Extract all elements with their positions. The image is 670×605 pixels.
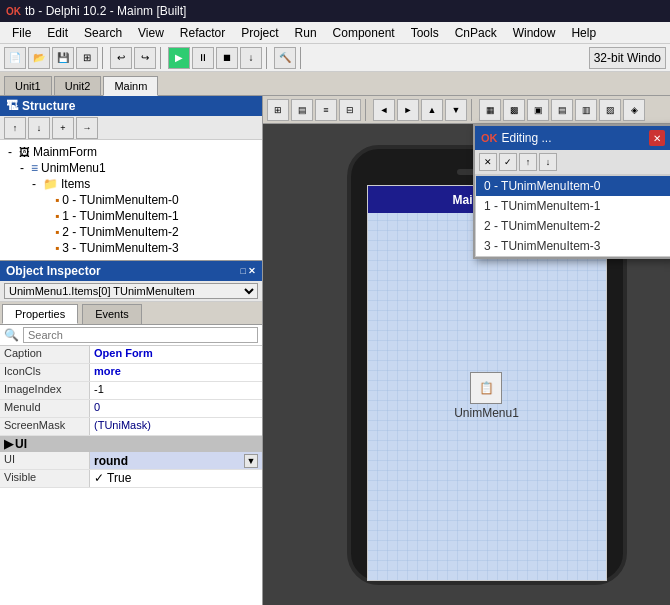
prop-val-menuid[interactable]: 0 <box>90 400 262 417</box>
prop-name-caption: Caption <box>0 346 90 363</box>
tree-item-unimmenu1[interactable]: - ≡ UnimMenu1 <box>4 160 258 176</box>
editing-item-1[interactable]: 1 - TUnimMenuItem-1 <box>476 196 670 216</box>
oi-search-input[interactable] <box>23 327 258 343</box>
menu-file[interactable]: File <box>4 24 39 42</box>
editing-item-3[interactable]: 3 - TUnimMenuItem-3 <box>476 236 670 256</box>
menu-search[interactable]: Search <box>76 24 130 42</box>
prop-val-imageindex[interactable]: -1 <box>90 382 262 399</box>
oi-minimize-icon[interactable]: □ <box>241 266 246 276</box>
rt-grid7[interactable]: ◈ <box>623 99 645 121</box>
save-all-btn[interactable]: ⊞ <box>76 47 98 69</box>
tree-item-3[interactable]: ▪ 3 - TUnimMenuItem-3 <box>4 240 258 256</box>
expand-items[interactable]: - <box>28 177 40 191</box>
rt-btn1[interactable]: ⊞ <box>267 99 289 121</box>
rt-grid1[interactable]: ▦ <box>479 99 501 121</box>
new-btn[interactable]: 📄 <box>4 47 26 69</box>
expand-unimmenu1[interactable]: - <box>16 161 28 175</box>
rt-sep1 <box>365 99 369 121</box>
prop-val-ui[interactable]: round ▼ <box>90 452 262 469</box>
oi-object-select: UnimMenu1.Items[0] TUnimMenuItem <box>0 281 262 302</box>
main-toolbar: 📄 📂 💾 ⊞ ↩ ↪ ▶ ⏸ ⏹ ↓ 🔨 32-bit Windo <box>0 44 670 72</box>
edit-tb-btn3[interactable]: ↑ <box>519 153 537 171</box>
menu-cnpack[interactable]: CnPack <box>447 24 505 42</box>
editing-item-0[interactable]: 0 - TUnimMenuItem-0 <box>476 176 670 196</box>
menu-tools[interactable]: Tools <box>403 24 447 42</box>
tab-unit1[interactable]: Unit1 <box>4 76 52 95</box>
prop-val-caption[interactable]: Open Form <box>90 346 262 363</box>
build-btn[interactable]: 🔨 <box>274 47 296 69</box>
section-label: UI <box>15 437 27 451</box>
rt-grid2[interactable]: ▩ <box>503 99 525 121</box>
rt-grid5[interactable]: ▥ <box>575 99 597 121</box>
menu-refactor[interactable]: Refactor <box>172 24 233 42</box>
rt-grid4[interactable]: ▤ <box>551 99 573 121</box>
open-btn[interactable]: 📂 <box>28 47 50 69</box>
object-inspector-panel: Object Inspector □ ✕ UnimMenu1.Items[0] … <box>0 261 262 605</box>
tab-unit2[interactable]: Unit2 <box>54 76 102 95</box>
expand-mainmform[interactable]: - <box>4 145 16 159</box>
edit-tb-btn1[interactable]: ✕ <box>479 153 497 171</box>
form-area[interactable]: OK Editing ... ✕ ✕ ✓ ↑ ↓ 0 - TUnimMenuIt… <box>263 124 670 605</box>
struct-btn3[interactable]: + <box>52 117 74 139</box>
rt-align-bottom[interactable]: ▼ <box>445 99 467 121</box>
run-btn[interactable]: ▶ <box>168 47 190 69</box>
oi-tab-properties[interactable]: Properties <box>2 304 78 324</box>
bitness-btn[interactable]: 32-bit Windo <box>589 47 666 69</box>
editing-close-btn[interactable]: ✕ <box>649 130 665 146</box>
oi-row-imageindex[interactable]: ImageIndex -1 <box>0 382 262 400</box>
rt-grid3[interactable]: ▣ <box>527 99 549 121</box>
rt-btn3[interactable]: ≡ <box>315 99 337 121</box>
oi-row-visible[interactable]: Visible ✓ True <box>0 470 262 488</box>
redo-btn[interactable]: ↪ <box>134 47 156 69</box>
section-expand-icon[interactable]: ▶ <box>4 437 13 451</box>
edit-tb-btn2[interactable]: ✓ <box>499 153 517 171</box>
step-btn[interactable]: ↓ <box>240 47 262 69</box>
tree-item-mainmform[interactable]: - 🖼 MainmForm <box>4 144 258 160</box>
rt-grid6[interactable]: ▨ <box>599 99 621 121</box>
undo-btn[interactable]: ↩ <box>110 47 132 69</box>
prop-val-visible[interactable]: ✓ True <box>90 470 262 487</box>
tree-icon-unimmenu1: ≡ <box>31 161 38 175</box>
menu-component[interactable]: Component <box>325 24 403 42</box>
menu-help[interactable]: Help <box>563 24 604 42</box>
ui-dropdown-btn[interactable]: ▼ <box>244 454 258 468</box>
menu-edit[interactable]: Edit <box>39 24 76 42</box>
rt-align-top[interactable]: ▲ <box>421 99 443 121</box>
rt-align-right[interactable]: ► <box>397 99 419 121</box>
menu-project[interactable]: Project <box>233 24 286 42</box>
visible-checkbox: ✓ True <box>94 471 131 485</box>
oi-row-iconcls[interactable]: IconCls more <box>0 364 262 382</box>
edit-tb-btn4[interactable]: ↓ <box>539 153 557 171</box>
tab-mainm[interactable]: Mainm <box>103 76 158 96</box>
editing-item-2[interactable]: 2 - TUnimMenuItem-2 <box>476 216 670 236</box>
prop-val-iconcls[interactable]: more <box>90 364 262 381</box>
tree-item-1[interactable]: ▪ 1 - TUnimMenuItem-1 <box>4 208 258 224</box>
menu-window[interactable]: Window <box>505 24 564 42</box>
oi-row-menuid[interactable]: MenuId 0 <box>0 400 262 418</box>
oi-row-screenmask[interactable]: ScreenMask (TUniMask) <box>0 418 262 436</box>
struct-btn4[interactable]: → <box>76 117 98 139</box>
oi-tab-events[interactable]: Events <box>82 304 142 324</box>
oi-object-dropdown[interactable]: UnimMenu1.Items[0] TUnimMenuItem <box>4 283 258 299</box>
pause-btn[interactable]: ⏸ <box>192 47 214 69</box>
rt-align-left[interactable]: ◄ <box>373 99 395 121</box>
save-btn[interactable]: 💾 <box>52 47 74 69</box>
tree-item-items[interactable]: - 📁 Items <box>4 176 258 192</box>
menu-view[interactable]: View <box>130 24 172 42</box>
tree-item-0[interactable]: ▪ 0 - TUnimMenuItem-0 <box>4 192 258 208</box>
title-bar: OK tb - Delphi 10.2 - Mainm [Built] <box>0 0 670 22</box>
struct-btn2[interactable]: ↓ <box>28 117 50 139</box>
oi-row-ui[interactable]: UI round ▼ <box>0 452 262 470</box>
oi-close-icon[interactable]: ✕ <box>248 266 256 276</box>
rt-btn2[interactable]: ▤ <box>291 99 313 121</box>
tree-item-2[interactable]: ▪ 2 - TUnimMenuItem-2 <box>4 224 258 240</box>
prop-val-screenmask[interactable]: (TUniMask) <box>90 418 262 435</box>
app-icon: OK <box>6 6 21 17</box>
rt-btn4[interactable]: ⊟ <box>339 99 361 121</box>
sep3 <box>266 47 270 69</box>
struct-btn1[interactable]: ↑ <box>4 117 26 139</box>
oi-section-ui: ▶ UI <box>0 436 262 452</box>
oi-row-caption[interactable]: Caption Open Form <box>0 346 262 364</box>
stop-btn[interactable]: ⏹ <box>216 47 238 69</box>
menu-run[interactable]: Run <box>287 24 325 42</box>
